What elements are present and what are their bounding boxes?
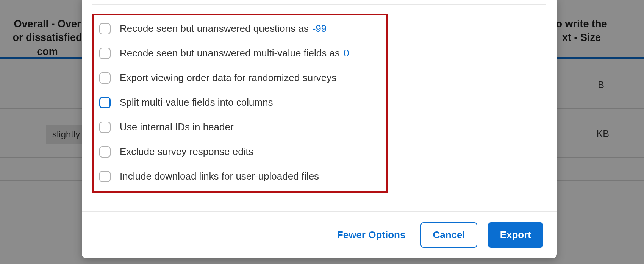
cancel-button[interactable]: Cancel — [420, 222, 477, 248]
option-label: Recode seen but unanswered questions as … — [120, 23, 327, 34]
checkbox[interactable] — [99, 48, 111, 59]
option-label: Split multi-value fields into columns — [120, 97, 273, 108]
option-label: Use internal IDs in header — [120, 121, 234, 133]
option-internal-ids: Use internal IDs in header — [99, 121, 381, 133]
checkbox[interactable] — [99, 171, 111, 182]
option-text: Include download links for user-uploaded… — [120, 170, 319, 182]
option-text: Exclude survey response edits — [120, 146, 253, 158]
checkbox[interactable] — [99, 97, 111, 108]
fewer-options-button[interactable]: Fewer Options — [333, 225, 410, 245]
export-button[interactable]: Export — [488, 222, 543, 248]
option-text: Use internal IDs in header — [120, 121, 234, 133]
option-include-download-links: Include download links for user-uploaded… — [99, 170, 381, 182]
option-value[interactable]: 0 — [344, 47, 349, 59]
option-exclude-edits: Exclude survey response edits — [99, 146, 381, 158]
modal-footer: Fewer Options Cancel Export — [82, 211, 557, 258]
option-label: Exclude survey response edits — [120, 146, 253, 158]
checkbox[interactable] — [99, 23, 111, 34]
checkbox[interactable] — [99, 72, 111, 84]
modal-body: Recode seen but unanswered questions as … — [82, 0, 557, 211]
option-label: Export viewing order data for randomized… — [120, 72, 336, 84]
option-text: Split multi-value fields into columns — [120, 97, 273, 108]
option-split-multivalue: Split multi-value fields into columns — [99, 97, 381, 108]
checkbox[interactable] — [99, 122, 111, 133]
option-recode-unanswered: Recode seen but unanswered questions as … — [99, 23, 381, 34]
option-label: Include download links for user-uploaded… — [120, 170, 319, 182]
export-options-modal: Recode seen but unanswered questions as … — [82, 0, 557, 258]
option-text: Export viewing order data for randomized… — [120, 72, 336, 84]
option-label: Recode seen but unanswered multi-value f… — [120, 47, 349, 59]
divider — [92, 4, 546, 5]
option-value[interactable]: -99 — [313, 23, 327, 34]
checkbox[interactable] — [99, 146, 111, 158]
option-recode-multivalue: Recode seen but unanswered multi-value f… — [99, 47, 381, 59]
advanced-options-highlight: Recode seen but unanswered questions as … — [92, 14, 388, 193]
option-export-viewing-order: Export viewing order data for randomized… — [99, 72, 381, 84]
option-text: Recode seen but unanswered questions as — [120, 23, 309, 34]
option-text: Recode seen but unanswered multi-value f… — [120, 47, 340, 59]
